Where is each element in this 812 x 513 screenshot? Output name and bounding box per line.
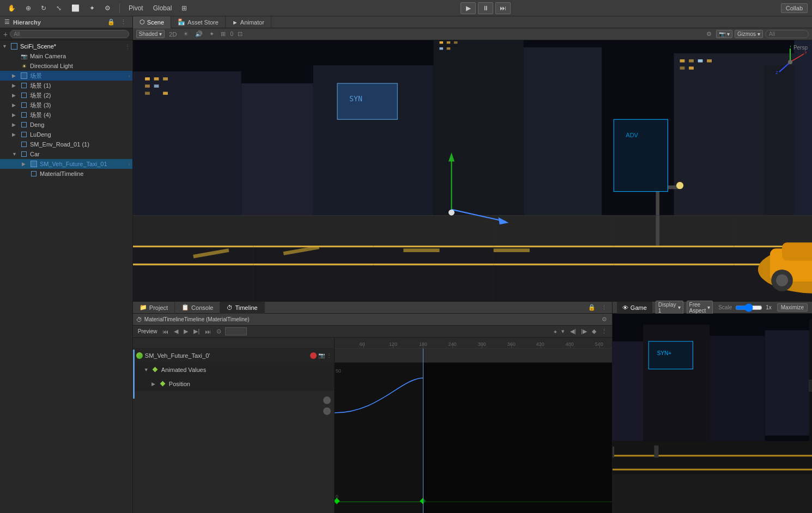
tl-prev-btn[interactable]: ◀ bbox=[172, 327, 180, 335]
pivot-btn[interactable]: Pivot bbox=[125, 3, 147, 14]
light-toggle-btn[interactable]: ☀ bbox=[181, 30, 191, 38]
track-item-smveh[interactable]: SM_Veh_Future_Taxi_0' 📷 ⋮ bbox=[133, 349, 334, 363]
hierarchy-search-input[interactable] bbox=[10, 30, 129, 38]
pause-button[interactable]: ⏸ bbox=[478, 2, 493, 14]
cursor-right-overlay bbox=[423, 363, 612, 513]
tl-next-btn[interactable]: ▶| bbox=[192, 327, 201, 335]
track-timeline-area[interactable]: 60 120 180 240 300 360 bbox=[335, 338, 612, 513]
scene-settings-btn[interactable]: ⚙ bbox=[704, 30, 714, 38]
global-btn[interactable]: Global bbox=[150, 3, 175, 14]
timeline-settings-btn[interactable]: ⚙ bbox=[600, 315, 609, 323]
display-dropdown[interactable]: Display 1 ▾ bbox=[656, 301, 683, 315]
scene-3d-view[interactable]: SYN bbox=[133, 40, 812, 301]
ruler-60: 60 bbox=[360, 341, 365, 347]
tl-start-btn[interactable]: ⏮ bbox=[161, 328, 170, 335]
maximize-btn[interactable]: Maximize bbox=[777, 303, 808, 312]
track-record-btn[interactable] bbox=[310, 352, 317, 359]
grid-toggle-btn[interactable]: ⊡ bbox=[235, 30, 245, 38]
aspect-dropdown[interactable]: Free Aspect ▾ bbox=[687, 301, 713, 315]
changjing4-label: 场景 (4) bbox=[30, 111, 51, 119]
hand-tool-btn[interactable]: ✋ bbox=[4, 3, 19, 14]
track-item-position[interactable]: ▶ Position bbox=[133, 377, 334, 391]
sm-track-icon bbox=[136, 352, 143, 359]
audio-toggle-btn[interactable]: 🔊 bbox=[193, 30, 205, 38]
transform-tool-btn[interactable]: ✦ bbox=[86, 3, 98, 14]
play-button[interactable]: ▶ bbox=[460, 2, 476, 14]
move-tool-btn[interactable]: ⊕ bbox=[22, 3, 34, 14]
scene-more-btn[interactable]: ⋮ bbox=[125, 44, 132, 50]
smveh-more[interactable]: › bbox=[129, 161, 132, 167]
timeline-body: SM_Veh_Future_Taxi_0' 📷 ⋮ ▼ bbox=[133, 338, 612, 513]
hierarchy-item-scene[interactable]: ▼ SciFi_Scene* ⋮ bbox=[0, 41, 132, 51]
hierarchy-lock-btn[interactable]: 🔒 bbox=[106, 18, 117, 26]
hierarchy-item-changjing0[interactable]: ▶ 场景 › bbox=[0, 71, 132, 81]
hierarchy-menu-btn[interactable]: ⋮ bbox=[119, 18, 128, 26]
arrow-icon: ▶ bbox=[12, 122, 20, 127]
scale-slider[interactable] bbox=[735, 303, 762, 312]
overlays-toggle-btn[interactable]: ⊞ bbox=[219, 30, 228, 38]
timeline-cursor[interactable] bbox=[423, 349, 423, 513]
grid-btn[interactable]: ⊞ bbox=[178, 3, 190, 14]
tab-timeline[interactable]: ⏱ Timeline bbox=[220, 302, 264, 314]
tl-more-btn[interactable]: ⋮ bbox=[599, 327, 609, 335]
hierarchy-item-ludeng[interactable]: ▶ LuDeng bbox=[0, 130, 132, 139]
hierarchy-item-changjing1[interactable]: ▶ 场景 (1) bbox=[0, 81, 132, 90]
changjing2-label: 场景 (2) bbox=[30, 91, 51, 100]
tl-end-btn[interactable]: ⏭ bbox=[203, 328, 213, 335]
top-views: ⬡ Scene 🏪 Asset Store ► Animator Shaded … bbox=[133, 16, 812, 301]
ruler-tick-360 bbox=[511, 344, 512, 348]
scale-tool-btn[interactable]: ⤡ bbox=[53, 3, 65, 14]
tab-animator[interactable]: ► Animator bbox=[226, 16, 271, 28]
track-capture-btn[interactable]: 📷 bbox=[318, 352, 325, 359]
hierarchy-icon: ☰ bbox=[4, 19, 10, 26]
custom-tool-btn[interactable]: ⚙ bbox=[101, 3, 114, 14]
tab-scene[interactable]: ⬡ Scene bbox=[133, 16, 171, 28]
hierarchy-item-smveh[interactable]: ▶ SM_Veh_Future_Taxi_01 › bbox=[0, 159, 132, 169]
cube-icon bbox=[20, 91, 28, 100]
tl-prev-key-btn[interactable]: ◀| bbox=[568, 327, 578, 335]
tl-next-key-btn[interactable]: |▶ bbox=[579, 327, 589, 335]
tl-play-btn[interactable]: ▶ bbox=[182, 327, 190, 335]
2d-toggle-btn[interactable]: 2D bbox=[167, 30, 179, 38]
track-item-animated-values[interactable]: ▼ Animated Values bbox=[133, 363, 334, 377]
changjing0-more[interactable]: › bbox=[129, 73, 132, 79]
svg-rect-23 bbox=[689, 59, 694, 63]
hierarchy-item-smenv[interactable]: SM_Env_Road_01 (1) bbox=[0, 139, 132, 149]
camera-icon-small: 📷 bbox=[719, 31, 725, 37]
tab-console[interactable]: 📋 Console bbox=[175, 302, 220, 314]
timeline-menu-btn[interactable]: ⋮ bbox=[599, 303, 609, 312]
rect-tool-btn[interactable]: ⬜ bbox=[68, 3, 83, 14]
track-more-btn[interactable]: ⋮ bbox=[326, 352, 332, 359]
camera-dropdown[interactable]: 📷 ▾ bbox=[716, 30, 732, 38]
timeline-lock-btn[interactable]: 🔒 bbox=[586, 303, 597, 312]
hierarchy-item-dirlight[interactable]: ☀ Directional Light bbox=[0, 61, 132, 71]
tab-project[interactable]: 📁 Project bbox=[133, 302, 175, 314]
svg-rect-5 bbox=[154, 77, 159, 81]
tl-add-key-btn[interactable]: ◆ bbox=[590, 327, 598, 335]
rotate-tool-btn[interactable]: ↻ bbox=[38, 3, 50, 14]
effects-toggle-btn[interactable]: ✦ bbox=[207, 30, 216, 38]
scene-search-input[interactable] bbox=[765, 30, 809, 38]
track-collapse-btn-2[interactable] bbox=[323, 407, 331, 415]
hierarchy-add-btn[interactable]: + bbox=[3, 30, 8, 39]
tl-time-field[interactable]: 0 bbox=[225, 327, 247, 335]
step-button[interactable]: ⏭ bbox=[495, 2, 511, 14]
hierarchy-item-mattl[interactable]: MaterialTimeline bbox=[0, 169, 132, 179]
hierarchy-item-changjing2[interactable]: ▶ 场景 (2) bbox=[0, 90, 132, 100]
hierarchy-item-changjing3[interactable]: ▶ 场景 (3) bbox=[0, 100, 132, 110]
tab-asset-store[interactable]: 🏪 Asset Store bbox=[171, 16, 226, 28]
gizmos-dropdown[interactable]: Gizmos ▾ bbox=[735, 30, 763, 38]
collab-button[interactable]: Collab bbox=[781, 3, 808, 13]
hierarchy-item-maincam[interactable]: 📷 Main Camera bbox=[0, 51, 132, 61]
tl-add-arrow-btn[interactable]: ▾ bbox=[560, 327, 566, 335]
game-tab-btn[interactable]: 👁 Game bbox=[617, 302, 652, 314]
tl-add-btn[interactable]: + bbox=[552, 328, 559, 335]
hierarchy-item-deng[interactable]: ▶ Deng bbox=[0, 120, 132, 130]
svg-rect-10 bbox=[163, 92, 168, 95]
game-3d-view[interactable]: SYN+ TECH bbox=[613, 314, 812, 513]
track-collapse-btn[interactable] bbox=[323, 396, 331, 404]
tl-record-mode-btn[interactable]: ⊙ bbox=[215, 327, 223, 335]
hierarchy-item-car[interactable]: ▼ Car bbox=[0, 149, 132, 159]
hierarchy-item-changjing4[interactable]: ▶ 场景 (4) bbox=[0, 110, 132, 120]
shading-dropdown[interactable]: Shaded ▾ bbox=[136, 30, 165, 38]
